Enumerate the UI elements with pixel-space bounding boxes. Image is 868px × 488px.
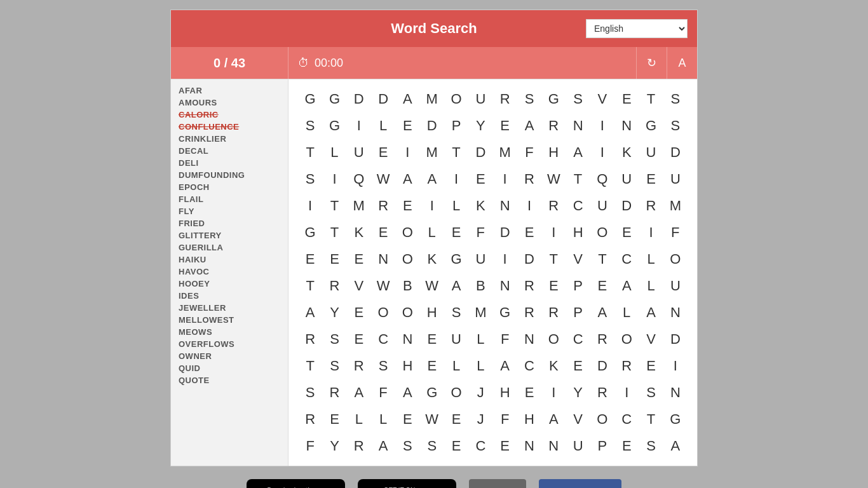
grid-cell[interactable]: I [541, 379, 566, 406]
grid-cell[interactable]: V [639, 326, 663, 353]
grid-cell[interactable]: I [493, 246, 517, 273]
grid-cell[interactable]: E [322, 246, 346, 273]
grid-cell[interactable]: R [322, 379, 346, 406]
grid-cell[interactable]: N [541, 433, 566, 459]
grid-cell[interactable]: R [347, 353, 371, 379]
grid-cell[interactable]: U [347, 139, 371, 166]
grid-cell[interactable]: D [517, 246, 541, 273]
grid-cell[interactable]: D [420, 112, 444, 139]
grid-cell[interactable]: N [663, 299, 688, 326]
grid-cell[interactable]: K [614, 139, 639, 166]
grid-cell[interactable]: M [468, 299, 492, 326]
grid-cell[interactable]: E [371, 219, 395, 246]
grid-cell[interactable]: L [639, 273, 663, 299]
grid-cell[interactable]: N [614, 112, 639, 139]
grid-cell[interactable]: R [493, 86, 517, 112]
grid-cell[interactable]: S [298, 112, 322, 139]
grid-cell[interactable]: C [566, 326, 590, 353]
grid-cell[interactable]: I [322, 166, 346, 193]
grid-cell[interactable]: T [590, 246, 614, 273]
grid-cell[interactable]: I [420, 193, 444, 219]
grid-cell[interactable]: A [420, 166, 444, 193]
grid-cell[interactable]: P [566, 299, 590, 326]
grid-cell[interactable]: U [468, 246, 492, 273]
googleplay-button[interactable]: ▶ GET IT ON Google Play [358, 479, 456, 488]
grid-cell[interactable]: L [639, 246, 663, 273]
grid-cell[interactable]: D [371, 86, 395, 112]
grid-cell[interactable]: T [639, 406, 663, 433]
grid-cell[interactable]: R [639, 193, 663, 219]
grid-cell[interactable]: J [468, 379, 492, 406]
grid-cell[interactable]: B [468, 273, 492, 299]
grid-cell[interactable]: F [493, 326, 517, 353]
grid-cell[interactable]: A [395, 86, 419, 112]
grid-cell[interactable]: O [590, 219, 614, 246]
grid-cell[interactable]: R [517, 273, 541, 299]
grid-cell[interactable]: A [517, 112, 541, 139]
grid-cell[interactable]: F [468, 219, 492, 246]
grid-cell[interactable]: N [371, 246, 395, 273]
grid-cell[interactable]: R [517, 299, 541, 326]
grid-cell[interactable]: O [541, 326, 566, 353]
grid-cell[interactable]: L [444, 193, 468, 219]
grid-cell[interactable]: G [298, 86, 322, 112]
grid-cell[interactable]: D [614, 193, 639, 219]
grid-cell[interactable]: H [517, 406, 541, 433]
grid-cell[interactable]: L [614, 299, 639, 326]
grid-cell[interactable]: S [566, 86, 590, 112]
grid-cell[interactable]: I [493, 166, 517, 193]
grid-cell[interactable]: E [371, 139, 395, 166]
grid-cell[interactable]: E [468, 166, 492, 193]
grid-cell[interactable]: E [517, 379, 541, 406]
grid-cell[interactable]: E [395, 406, 419, 433]
grid-cell[interactable]: N [493, 193, 517, 219]
grid-cell[interactable]: C [468, 433, 492, 459]
grid-cell[interactable]: L [444, 353, 468, 379]
grid-cell[interactable]: H [493, 379, 517, 406]
grid-cell[interactable]: V [566, 246, 590, 273]
grid-cell[interactable]: D [347, 86, 371, 112]
grid-cell[interactable]: L [322, 139, 346, 166]
grid-cell[interactable]: S [322, 353, 346, 379]
grid-cell[interactable]: S [371, 353, 395, 379]
grid-cell[interactable]: S [420, 433, 444, 459]
refresh-button[interactable]: ↻ [636, 47, 667, 79]
grid-cell[interactable]: G [298, 219, 322, 246]
font-button[interactable]: A [667, 47, 697, 79]
grid-cell[interactable]: C [371, 326, 395, 353]
grid-cell[interactable]: L [468, 353, 492, 379]
grid-cell[interactable]: U [663, 273, 688, 299]
grid-cell[interactable]: A [298, 299, 322, 326]
grid-cell[interactable]: O [663, 246, 688, 273]
grid-cell[interactable]: W [371, 166, 395, 193]
grid-cell[interactable]: Y [566, 379, 590, 406]
grid-cell[interactable]: E [517, 219, 541, 246]
grid-cell[interactable]: U [663, 166, 688, 193]
grid-cell[interactable]: G [541, 86, 566, 112]
grid-cell[interactable]: M [347, 193, 371, 219]
grid-cell[interactable]: A [590, 299, 614, 326]
grid-cell[interactable]: D [468, 139, 492, 166]
grid-cell[interactable]: E [614, 219, 639, 246]
grid-cell[interactable]: R [541, 112, 566, 139]
grid-cell[interactable]: R [347, 433, 371, 459]
grid-cell[interactable]: S [639, 433, 663, 459]
grid-cell[interactable]: S [663, 112, 688, 139]
grid-cell[interactable]: D [493, 219, 517, 246]
grid-cell[interactable]: K [541, 353, 566, 379]
grid-cell[interactable]: I [590, 112, 614, 139]
grid-cell[interactable]: U [590, 193, 614, 219]
grid-cell[interactable]: I [444, 166, 468, 193]
grid-cell[interactable]: U [566, 433, 590, 459]
grid-cell[interactable]: R [517, 166, 541, 193]
grid-cell[interactable]: K [468, 193, 492, 219]
grid-cell[interactable]: F [298, 433, 322, 459]
grid-cell[interactable]: R [322, 273, 346, 299]
grid-cell[interactable]: M [493, 139, 517, 166]
grid-cell[interactable]: U [639, 139, 663, 166]
grid-cell[interactable]: S [444, 299, 468, 326]
grid-cell[interactable]: L [468, 326, 492, 353]
grid-cell[interactable]: A [566, 139, 590, 166]
grid-cell[interactable]: I [639, 219, 663, 246]
grid-cell[interactable]: E [639, 166, 663, 193]
